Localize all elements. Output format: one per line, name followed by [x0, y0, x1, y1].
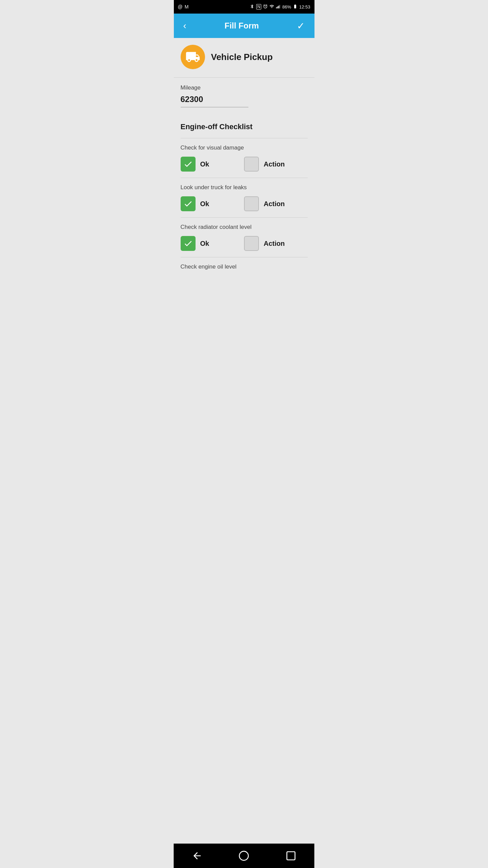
ok-label-truck-leaks: Ok	[200, 200, 209, 208]
recent-nav-icon	[285, 850, 296, 861]
checklist-options-visual-damage: Ok Action	[181, 157, 308, 178]
ok-label-coolant-level: Ok	[200, 240, 209, 248]
back-nav-icon	[192, 850, 203, 861]
home-nav-icon	[239, 850, 249, 861]
form-title: Vehicle Pickup	[211, 52, 273, 62]
bluetooth-icon	[250, 4, 255, 10]
action-checkbox-coolant-level[interactable]	[244, 236, 259, 251]
ok-label-visual-damage: Ok	[200, 160, 209, 168]
status-bar: @ M N 86% 12:53	[174, 0, 314, 14]
wifi-icon	[269, 4, 274, 10]
action-label-visual-damage: Action	[264, 160, 285, 168]
checklist-item-truck-leaks: Look under truck for leaks Ok Action	[181, 178, 308, 217]
checklist-item-coolant-level: Check radiator coolant level Ok Action	[181, 217, 308, 257]
item-label-visual-damage: Check for visual damage	[181, 144, 308, 151]
nav-recent-button[interactable]	[281, 846, 300, 865]
status-bar-left: @ M	[178, 4, 189, 9]
signal-icon	[276, 4, 281, 10]
mileage-value[interactable]: 62300	[181, 95, 248, 107]
svg-rect-4	[280, 5, 280, 8]
app-bar: ‹ Fill Form ✓	[174, 14, 314, 38]
ok-checkbox-truck-leaks[interactable]	[181, 196, 196, 211]
action-option-truck-leaks: Action	[244, 196, 308, 211]
battery-icon	[293, 4, 298, 10]
bottom-nav	[174, 844, 314, 868]
checklist-section: Engine-off Checklist Check for visual da…	[174, 116, 314, 297]
page-title: Fill Form	[224, 21, 259, 31]
back-button[interactable]: ‹	[181, 19, 189, 33]
checklist-item-visual-damage: Check for visual damage Ok Action	[181, 138, 308, 178]
time: 12:53	[299, 4, 310, 9]
battery-text: 86%	[282, 4, 291, 9]
ok-checkbox-visual-damage[interactable]	[181, 157, 196, 172]
item-label-engine-oil: Check engine oil level	[181, 257, 308, 297]
mileage-section: Mileage 62300	[174, 78, 314, 116]
item-label-coolant-level: Check radiator coolant level	[181, 224, 308, 231]
checklist-options-coolant-level: Ok Action	[181, 236, 308, 257]
nfc-icon: N	[256, 4, 261, 9]
confirm-button[interactable]: ✓	[294, 19, 307, 33]
checklist-options-truck-leaks: Ok Action	[181, 196, 308, 217]
nav-back-button[interactable]	[188, 846, 207, 865]
ok-checkbox-coolant-level[interactable]	[181, 236, 196, 251]
status-bar-right: N 86% 12:53	[250, 4, 310, 10]
svg-rect-0	[276, 7, 277, 8]
truck-icon	[185, 50, 200, 64]
svg-rect-2	[278, 6, 279, 8]
action-option-coolant-level: Action	[244, 236, 308, 251]
svg-rect-1	[277, 6, 278, 8]
item-label-truck-leaks: Look under truck for leaks	[181, 184, 308, 191]
ok-option-coolant-level: Ok	[181, 236, 244, 251]
action-checkbox-truck-leaks[interactable]	[244, 196, 259, 211]
mileage-label: Mileage	[181, 84, 308, 91]
svg-point-5	[240, 851, 249, 861]
alarm-icon	[263, 4, 268, 10]
at-icon: @	[178, 4, 183, 9]
form-icon-circle	[181, 45, 205, 69]
form-header: Vehicle Pickup	[174, 38, 314, 78]
ok-option-visual-damage: Ok	[181, 157, 244, 172]
svg-rect-3	[279, 5, 279, 8]
action-label-truck-leaks: Action	[264, 200, 285, 208]
nav-home-button[interactable]	[235, 846, 253, 865]
svg-rect-6	[287, 852, 295, 860]
ok-option-truck-leaks: Ok	[181, 196, 244, 211]
action-label-coolant-level: Action	[264, 240, 285, 248]
checklist-title: Engine-off Checklist	[181, 122, 308, 131]
gmail-icon: M	[185, 4, 189, 9]
action-checkbox-visual-damage[interactable]	[244, 157, 259, 172]
action-option-visual-damage: Action	[244, 157, 308, 172]
